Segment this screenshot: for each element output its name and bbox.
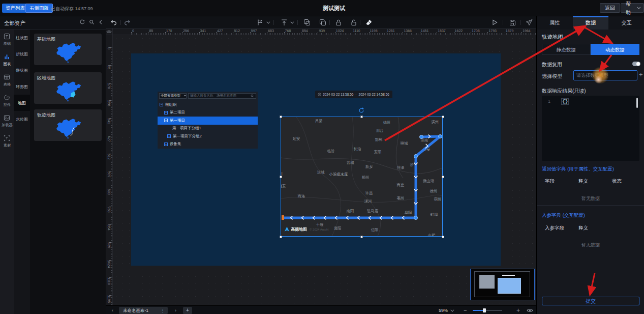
minimap[interactable] xyxy=(470,269,535,300)
right-panel-button[interactable]: 右侧面版 xyxy=(25,4,53,13)
zoom-level-dropdown[interactable]: 59% xyxy=(439,308,453,313)
chevron-down-icon[interactable] xyxy=(266,20,270,24)
copy-icon[interactable] xyxy=(319,19,326,26)
asset-card-basic-map[interactable]: 基础地图 xyxy=(34,34,102,65)
ruler-label: 1622 xyxy=(455,29,463,33)
ruler-label: 939 xyxy=(107,242,111,248)
ruler-label: 170 xyxy=(107,83,111,89)
data-reuse-label: 数据复用 xyxy=(542,61,562,68)
category-item[interactable]: 折线图 xyxy=(14,46,30,62)
category-item[interactable]: 环形图 xyxy=(14,78,30,95)
canvas-toolbar xyxy=(106,16,536,28)
eye-icon[interactable] xyxy=(527,308,533,313)
add-canvas-button[interactable]: + xyxy=(183,307,192,314)
category-item[interactable]: 地图 xyxy=(14,95,30,111)
nav-item-controls[interactable]: 控件 xyxy=(0,91,14,111)
ruler-label: 341 xyxy=(107,118,111,124)
tree-item[interactable]: +设备集 xyxy=(158,140,258,149)
search-icon[interactable] xyxy=(89,19,95,25)
tree-item[interactable]: +第一项目下分组2 xyxy=(158,132,258,140)
canvas-workspace[interactable]: 全部资源类型 请输入设备名称、场景名称查询 −根组织+第二项目−第一项目第一项目… xyxy=(113,35,536,305)
resource-type-dropdown[interactable]: 全部资源类型 xyxy=(159,93,187,99)
unlock-icon[interactable] xyxy=(350,19,357,26)
group-icon[interactable] xyxy=(303,19,311,26)
expand-icon[interactable]: + xyxy=(164,142,168,146)
add-model-button[interactable]: + xyxy=(639,71,643,78)
help-dropdown[interactable]: 帮助 xyxy=(621,3,644,13)
redo-icon[interactable] xyxy=(124,19,131,26)
expand-icon[interactable]: + xyxy=(164,111,168,115)
model-label: 选择模型 xyxy=(542,73,562,80)
autosave-status: 已自动保存 14:57:09 xyxy=(51,6,93,12)
tree-search-input[interactable]: 请输入设备名称、场景名称查询 xyxy=(188,93,256,99)
ruler-label: 512 xyxy=(234,29,240,33)
category-item[interactable]: 水位图 xyxy=(14,111,30,127)
ruler-label: 427 xyxy=(217,29,223,33)
zoom-in-button[interactable]: + xyxy=(516,307,520,314)
expand-icon[interactable]: + xyxy=(167,134,171,138)
asset-card-region-map[interactable]: 区域地图 xyxy=(34,72,102,104)
prev-canvas-icon[interactable]: ‹ xyxy=(112,308,113,313)
dashboard-canvas[interactable]: 全部资源类型 请输入设备名称、场景名称查询 −根组织+第二项目−第一项目第一项目… xyxy=(131,53,501,266)
canvas-tab[interactable]: 未命名画布-1 ⋮ xyxy=(119,307,168,314)
ruler-label: 256 xyxy=(107,100,111,106)
minimap-datepicker-line xyxy=(502,275,515,276)
param-empty-state: 暂无数据 xyxy=(537,242,644,248)
nav-item-charts[interactable]: 图表 xyxy=(0,50,14,70)
trajectory-map-widget[interactable]: 吕梁德州滨州邢台邯郸聊城济南延安临汾长治安阳泰安晋城新乡菏泽济宁运城小浪底水库郑… xyxy=(281,117,442,236)
submit-button[interactable]: 提交 xyxy=(542,297,639,305)
date-range-picker[interactable]: 2024-03-22 13:58:56 - 2024-03-22 14:58:5… xyxy=(315,91,392,98)
static-data-button[interactable]: 静态数据 xyxy=(542,44,591,55)
eye-icon[interactable] xyxy=(106,30,112,34)
zoom-out-button[interactable]: − xyxy=(464,307,467,313)
ruler-label: 512 xyxy=(107,154,111,160)
back-button[interactable]: 返回 xyxy=(600,3,620,13)
lock-icon[interactable] xyxy=(335,19,342,26)
tree-item-label: 第一项目 xyxy=(170,118,185,123)
collapse-icon[interactable]: − xyxy=(164,119,168,122)
tree-item[interactable]: 第一项目下分组1 xyxy=(158,125,258,133)
canvas-tab-menu-icon[interactable]: ⋮ xyxy=(161,307,165,314)
app-root: 资产列表 右侧面版 已自动保存 14:57:09 测试测试 返回 帮助 全部资产… xyxy=(0,0,644,314)
rotate-handle[interactable] xyxy=(358,107,364,113)
align-top-icon[interactable] xyxy=(281,19,288,26)
category-item[interactable]: 饼状图 xyxy=(14,62,30,78)
flag-icon[interactable] xyxy=(257,19,264,26)
device-tree-widget[interactable]: 全部资源类型 请输入设备名称、场景名称查询 −根组织+第二项目−第一项目第一项目… xyxy=(158,92,258,149)
publish-icon[interactable] xyxy=(526,19,533,26)
next-canvas-icon[interactable]: › xyxy=(175,308,176,313)
tree-item[interactable]: −根组织 xyxy=(158,101,258,109)
nav-item-basic[interactable]: 基础 xyxy=(0,30,14,50)
dynamic-data-button[interactable]: 动态数据 xyxy=(591,44,639,55)
undo-icon[interactable] xyxy=(110,19,117,26)
category-item[interactable]: 柱状图 xyxy=(14,30,30,46)
nav-item-loaders[interactable]: 加载器 xyxy=(0,111,14,131)
tab-properties[interactable]: 属性 xyxy=(537,16,573,30)
tab-data[interactable]: 数据 xyxy=(573,16,609,30)
asset-list-button[interactable]: 资产列表 xyxy=(2,4,28,13)
chevron-down-icon[interactable] xyxy=(290,20,294,24)
ruler-label: 1793 xyxy=(488,29,497,33)
save-icon[interactable] xyxy=(509,19,516,26)
nav-item-materials[interactable]: 素材 xyxy=(0,131,14,152)
response-json-editor[interactable]: 1 {} xyxy=(542,96,639,161)
tree-item[interactable]: −第一项目 xyxy=(158,117,258,125)
ruler-label: 85 xyxy=(107,65,111,69)
model-select-input[interactable]: 请选择数据模型 xyxy=(573,70,637,80)
collapse-icon[interactable]: − xyxy=(160,103,163,106)
collapse-panel-icon[interactable] xyxy=(99,19,103,25)
tab-interaction[interactable]: 交互 xyxy=(608,16,644,30)
eraser-icon[interactable] xyxy=(365,19,373,26)
editor-scrollbar[interactable] xyxy=(636,98,638,108)
ruler-label: 1195 xyxy=(107,295,111,303)
nav-item-tables[interactable]: 表格 xyxy=(0,70,14,91)
left-nav: 基础 图表 表格 控件 加载器 素材 xyxy=(0,30,14,314)
tree-item[interactable]: +第二项目 xyxy=(158,109,258,117)
refresh-icon[interactable] xyxy=(79,19,85,25)
zoom-slider-handle[interactable] xyxy=(483,308,486,312)
data-reuse-toggle[interactable] xyxy=(632,62,640,66)
asset-card-track-map[interactable]: 轨迹地图 xyxy=(34,109,102,141)
preview-play-icon[interactable] xyxy=(491,19,498,26)
trajectory-layer xyxy=(281,117,442,236)
tree-item-label: 根组织 xyxy=(165,102,177,107)
